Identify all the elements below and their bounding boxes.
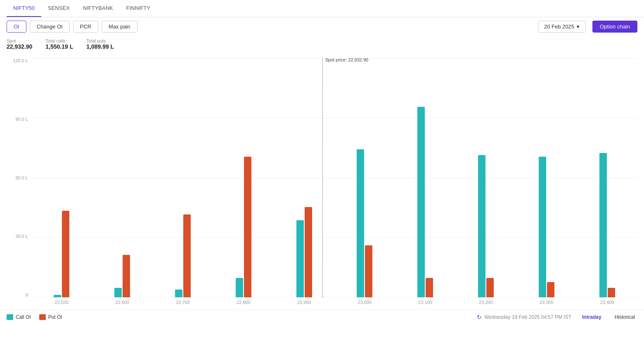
call-bar — [175, 289, 182, 297]
call-bar — [236, 278, 243, 297]
call-bar — [539, 157, 546, 297]
x-axis-label: 22,500 — [31, 297, 92, 310]
toolbar-btn-max-pain[interactable]: Max pain — [102, 21, 137, 33]
x-axis-label: 22,700 — [153, 297, 213, 310]
strike-group — [31, 211, 92, 297]
put-bar — [305, 207, 312, 297]
strike-group — [334, 149, 395, 297]
chart-area: 120.0 L90.0 L60.0 L30.0 L0 Spot price: 2… — [0, 54, 644, 310]
stats-row: Spot 22,932.90 Total calls 1,550.19 L To… — [0, 36, 644, 54]
strike-group — [577, 153, 637, 297]
timestamp-label: Wednesday 19 Feb 2025 04:57 PM IST — [484, 314, 571, 320]
put-oi-color — [39, 314, 46, 320]
call-bar — [296, 220, 304, 297]
y-axis-label: 0 — [7, 292, 31, 297]
spot-stat: Spot 22,932.90 — [7, 38, 32, 50]
call-bar — [417, 107, 425, 297]
call-bar — [357, 149, 364, 297]
toolbar-btn-change-oi[interactable]: Change OI — [30, 21, 70, 33]
put-bar — [123, 255, 130, 297]
chart-inner: Spot price: 22,932.90 — [31, 58, 637, 297]
total-puts-stat: Total puts 1,089.99 L — [86, 38, 114, 50]
total-calls-stat: Total calls 1,550.19 L — [45, 38, 73, 50]
y-axis: 120.0 L90.0 L60.0 L30.0 L0 — [7, 58, 31, 297]
y-axis-label: 90.0 L — [7, 117, 31, 122]
date-selector[interactable]: 20 Feb 2025 ▾ — [538, 21, 586, 33]
historical-button[interactable]: Historical — [612, 313, 637, 321]
chart-container: 120.0 L90.0 L60.0 L30.0 L0 Spot price: 2… — [7, 58, 637, 310]
put-bar — [244, 157, 251, 297]
header-tab-niftybank[interactable]: NIFTYBANK — [76, 0, 120, 17]
total-puts-value: 1,089.99 L — [86, 43, 114, 50]
put-bar — [608, 288, 615, 297]
put-bar — [547, 282, 554, 297]
x-axis-label: 23,000 — [334, 297, 395, 310]
total-puts-label: Total puts — [86, 38, 114, 43]
put-bar — [183, 214, 191, 297]
x-axis-label: 23,100 — [395, 297, 456, 310]
header-tabs: NIFTY50SENSEXNIFTYBANKFINNIFTY — [0, 0, 644, 17]
y-axis-label: 60.0 L — [7, 175, 31, 180]
x-axis-label: 22,800 — [213, 297, 274, 310]
x-axis-label: 23,400 — [577, 297, 637, 310]
x-axis-label: 23,200 — [456, 297, 516, 310]
put-bar — [62, 211, 69, 297]
strike-group — [456, 155, 516, 297]
bars-container — [31, 58, 637, 297]
header-tab-sensex[interactable]: SENSEX — [41, 0, 76, 17]
put-bar — [426, 278, 433, 297]
y-axis-label: 30.0 L — [7, 234, 31, 239]
chevron-down-icon: ▾ — [577, 24, 580, 30]
call-oi-color — [7, 314, 13, 320]
strike-group — [516, 157, 577, 297]
x-axis-label: 22,900 — [274, 297, 334, 310]
strike-group — [213, 157, 274, 297]
header-tab-nifty50[interactable]: NIFTY50 — [7, 0, 41, 17]
option-chain-button[interactable]: Option chain — [592, 21, 637, 33]
total-calls-value: 1,550.19 L — [45, 43, 73, 50]
strike-group — [395, 107, 456, 297]
x-axis-label: 22,600 — [92, 297, 153, 310]
strike-group — [92, 255, 153, 297]
spot-value: 22,932.90 — [7, 43, 32, 50]
y-axis-label: 120.0 L — [7, 58, 31, 63]
refresh-icon[interactable]: ↻ — [477, 314, 482, 320]
toolbar-btn-pcr[interactable]: PCR — [73, 21, 98, 33]
date-label: 20 Feb 2025 — [544, 24, 574, 30]
x-axis-label: 23,300 — [516, 297, 577, 310]
call-oi-legend-label: Call OI — [16, 314, 31, 320]
toolbar-btn-oi[interactable]: OI — [7, 21, 26, 33]
total-calls-label: Total calls — [45, 38, 73, 43]
call-bar — [114, 288, 122, 297]
call-bar — [599, 153, 607, 297]
x-axis: 22,50022,60022,70022,80022,90023,00023,1… — [31, 297, 637, 310]
put-oi-legend: Put OI — [39, 314, 62, 320]
spot-label: Spot — [7, 38, 32, 43]
footer-timestamp: ↻ Wednesday 19 Feb 2025 04:57 PM IST — [477, 314, 571, 320]
header-tab-finnifty[interactable]: FINNIFTY — [120, 0, 157, 17]
toolbar: OIChange OIPCRMax pain 20 Feb 2025 ▾ Opt… — [0, 17, 644, 36]
call-oi-legend: Call OI — [7, 314, 31, 320]
strike-group — [153, 214, 213, 297]
intraday-button[interactable]: Intraday — [580, 313, 604, 321]
put-oi-legend-label: Put OI — [48, 314, 62, 320]
put-bar — [486, 278, 494, 297]
call-bar — [478, 155, 485, 297]
strike-group — [274, 207, 334, 297]
footer: Call OI Put OI ↻ Wednesday 19 Feb 2025 0… — [0, 310, 644, 324]
put-bar — [365, 245, 372, 297]
